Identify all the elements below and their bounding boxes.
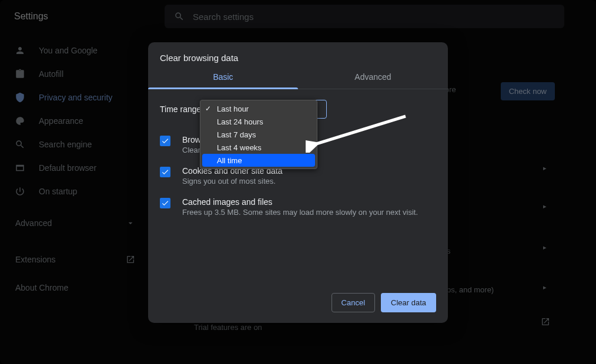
sidebar-item-privacy[interactable]: Privacy and security [7, 86, 143, 109]
clear-browsing-data-dialog: Clear browsing data Basic Advanced Time … [148, 42, 448, 323]
chevron-right-icon: ▸ [543, 244, 547, 251]
search-container[interactable] [165, 5, 564, 28]
clipboard-icon [14, 68, 26, 80]
sidebar-item-on-startup[interactable]: On startup [7, 180, 143, 203]
dropdown-option-last-4-weeks[interactable]: ✓Last 4 weeks [200, 141, 317, 154]
about-label: About Chrome [15, 283, 68, 292]
row-subtitle: Frees up 3.5 MB. Some sites may load mor… [182, 208, 418, 217]
dialog-footer: Cancel Clear data [148, 286, 448, 323]
shield-icon [14, 92, 26, 103]
sidebar-item-label: Autofill [39, 69, 63, 79]
advanced-label: Advanced [15, 218, 52, 228]
row-title: Cached images and files [182, 197, 418, 207]
check-now-button[interactable]: Check now [501, 82, 555, 100]
cancel-button[interactable]: Cancel [332, 293, 375, 312]
bg-trial-text: Trial features are on [194, 323, 262, 332]
option-label: Last 24 hours [217, 117, 263, 126]
row-subtitle: Signs you out of most sites. [182, 177, 282, 186]
window-icon [14, 162, 26, 174]
check-icon: ✓ [205, 105, 213, 113]
sidebar-item-label: Search engine [39, 140, 92, 149]
tab-basic[interactable]: Basic [148, 66, 298, 89]
search-input[interactable] [193, 12, 555, 22]
power-icon [14, 186, 26, 197]
checkbox[interactable] [160, 136, 170, 146]
sidebar-item-default-browser[interactable]: Default browser [7, 156, 143, 180]
sidebar-advanced[interactable]: Advanced [7, 211, 143, 235]
page-title: Settings [14, 11, 48, 22]
app-root: Settings You and Google Autofill Privacy… [0, 0, 596, 364]
search-icon [14, 139, 26, 150]
open-in-new-icon [126, 255, 135, 264]
chevron-right-icon: ▸ [543, 203, 547, 210]
option-label: Last hour [217, 105, 249, 113]
top-bar: Settings [0, 0, 596, 33]
sidebar-item-label: Appearance [39, 116, 83, 126]
dropdown-option-last-7-days[interactable]: ✓Last 7 days [200, 128, 317, 141]
option-label: Last 7 days [217, 130, 256, 139]
sidebar-item-you-and-google[interactable]: You and Google [7, 39, 143, 62]
tab-advanced[interactable]: Advanced [298, 66, 448, 89]
option-label: Last 4 weeks [217, 143, 262, 152]
sidebar-item-label: You and Google [39, 46, 98, 55]
dialog-tabs: Basic Advanced [148, 66, 448, 89]
open-in-new-icon [541, 317, 550, 326]
chevron-down-icon [126, 218, 135, 228]
dropdown-option-last-24-hours[interactable]: ✓Last 24 hours [200, 115, 317, 128]
chevron-right-icon: ▸ [543, 284, 547, 291]
extensions-label: Extensions [15, 255, 55, 264]
sidebar-item-label: Default browser [39, 163, 96, 173]
sidebar-item-search-engine[interactable]: Search engine [7, 133, 143, 156]
checkbox-row-cached: Cached images and files Frees up 3.5 MB.… [160, 191, 436, 223]
dropdown-option-all-time[interactable]: ✓All time [202, 154, 315, 167]
chevron-right-icon: ▸ [543, 164, 547, 172]
sidebar-item-appearance[interactable]: Appearance [7, 109, 143, 133]
bg-fragment: ps, and more) [447, 285, 494, 294]
dialog-title: Clear browsing data [148, 42, 448, 66]
sidebar-item-label: On startup [39, 187, 77, 196]
person-icon [14, 45, 26, 56]
sidebar-about[interactable]: About Chrome [7, 276, 143, 299]
sidebar-item-autofill[interactable]: Autofill [7, 62, 143, 86]
dropdown-option-last-hour[interactable]: ✓Last hour [200, 102, 317, 115]
checkbox[interactable] [160, 198, 170, 208]
time-range-label: Time range [160, 105, 201, 114]
palette-icon [14, 115, 26, 127]
sidebar-extensions[interactable]: Extensions [7, 248, 143, 271]
sidebar-item-label: Privacy and security [39, 93, 112, 102]
sidebar: You and Google Autofill Privacy and secu… [7, 39, 143, 299]
clear-data-button[interactable]: Clear data [381, 293, 436, 312]
option-label: All time [217, 156, 242, 165]
checkbox[interactable] [160, 167, 170, 177]
search-icon [174, 11, 185, 22]
time-range-dropdown: ✓Last hour ✓Last 24 hours ✓Last 7 days ✓… [200, 100, 317, 169]
